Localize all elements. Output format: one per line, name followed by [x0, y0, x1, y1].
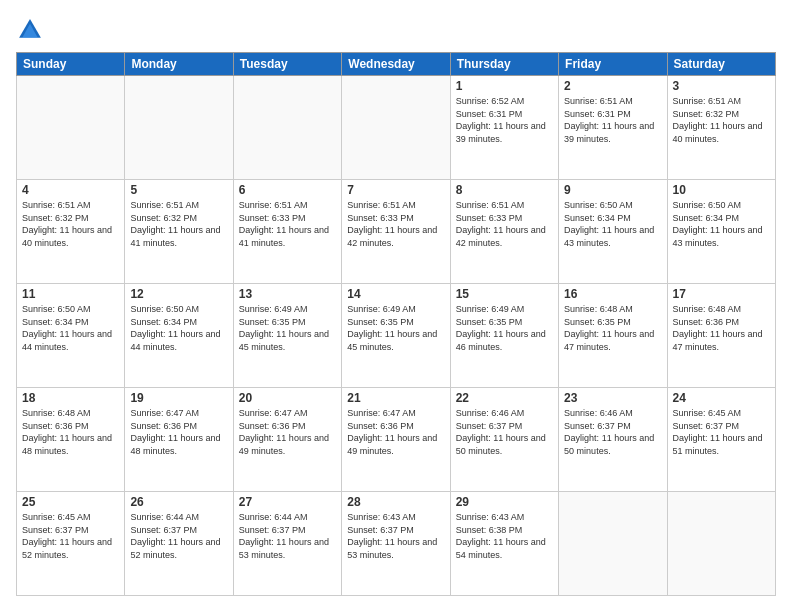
day-info: Sunrise: 6:46 AM Sunset: 6:37 PM Dayligh… [456, 407, 553, 457]
calendar-week-1: 4Sunrise: 6:51 AM Sunset: 6:32 PM Daylig… [17, 180, 776, 284]
day-info: Sunrise: 6:45 AM Sunset: 6:37 PM Dayligh… [22, 511, 119, 561]
day-info: Sunrise: 6:49 AM Sunset: 6:35 PM Dayligh… [347, 303, 444, 353]
calendar-week-0: 1Sunrise: 6:52 AM Sunset: 6:31 PM Daylig… [17, 76, 776, 180]
calendar-cell: 2Sunrise: 6:51 AM Sunset: 6:31 PM Daylig… [559, 76, 667, 180]
calendar-cell: 11Sunrise: 6:50 AM Sunset: 6:34 PM Dayli… [17, 284, 125, 388]
day-info: Sunrise: 6:47 AM Sunset: 6:36 PM Dayligh… [239, 407, 336, 457]
logo-icon [16, 16, 44, 44]
day-info: Sunrise: 6:47 AM Sunset: 6:36 PM Dayligh… [130, 407, 227, 457]
calendar-cell: 1Sunrise: 6:52 AM Sunset: 6:31 PM Daylig… [450, 76, 558, 180]
calendar-cell [559, 492, 667, 596]
calendar-week-2: 11Sunrise: 6:50 AM Sunset: 6:34 PM Dayli… [17, 284, 776, 388]
day-info: Sunrise: 6:49 AM Sunset: 6:35 PM Dayligh… [239, 303, 336, 353]
day-info: Sunrise: 6:50 AM Sunset: 6:34 PM Dayligh… [130, 303, 227, 353]
calendar-cell: 18Sunrise: 6:48 AM Sunset: 6:36 PM Dayli… [17, 388, 125, 492]
day-info: Sunrise: 6:46 AM Sunset: 6:37 PM Dayligh… [564, 407, 661, 457]
day-number: 12 [130, 287, 227, 301]
day-number: 20 [239, 391, 336, 405]
col-header-monday: Monday [125, 53, 233, 76]
day-number: 6 [239, 183, 336, 197]
day-number: 13 [239, 287, 336, 301]
col-header-saturday: Saturday [667, 53, 775, 76]
day-info: Sunrise: 6:49 AM Sunset: 6:35 PM Dayligh… [456, 303, 553, 353]
calendar-cell: 3Sunrise: 6:51 AM Sunset: 6:32 PM Daylig… [667, 76, 775, 180]
day-number: 11 [22, 287, 119, 301]
day-number: 5 [130, 183, 227, 197]
calendar-cell: 19Sunrise: 6:47 AM Sunset: 6:36 PM Dayli… [125, 388, 233, 492]
calendar-cell: 28Sunrise: 6:43 AM Sunset: 6:37 PM Dayli… [342, 492, 450, 596]
day-number: 16 [564, 287, 661, 301]
day-number: 10 [673, 183, 770, 197]
calendar-cell: 20Sunrise: 6:47 AM Sunset: 6:36 PM Dayli… [233, 388, 341, 492]
calendar-cell [17, 76, 125, 180]
calendar-cell: 14Sunrise: 6:49 AM Sunset: 6:35 PM Dayli… [342, 284, 450, 388]
calendar-cell: 12Sunrise: 6:50 AM Sunset: 6:34 PM Dayli… [125, 284, 233, 388]
calendar-cell: 13Sunrise: 6:49 AM Sunset: 6:35 PM Dayli… [233, 284, 341, 388]
day-info: Sunrise: 6:51 AM Sunset: 6:33 PM Dayligh… [347, 199, 444, 249]
calendar-cell: 5Sunrise: 6:51 AM Sunset: 6:32 PM Daylig… [125, 180, 233, 284]
day-number: 14 [347, 287, 444, 301]
day-info: Sunrise: 6:50 AM Sunset: 6:34 PM Dayligh… [22, 303, 119, 353]
calendar-cell: 7Sunrise: 6:51 AM Sunset: 6:33 PM Daylig… [342, 180, 450, 284]
day-number: 22 [456, 391, 553, 405]
day-number: 18 [22, 391, 119, 405]
day-info: Sunrise: 6:45 AM Sunset: 6:37 PM Dayligh… [673, 407, 770, 457]
col-header-thursday: Thursday [450, 53, 558, 76]
day-info: Sunrise: 6:50 AM Sunset: 6:34 PM Dayligh… [673, 199, 770, 249]
calendar-week-4: 25Sunrise: 6:45 AM Sunset: 6:37 PM Dayli… [17, 492, 776, 596]
calendar-cell: 26Sunrise: 6:44 AM Sunset: 6:37 PM Dayli… [125, 492, 233, 596]
day-number: 19 [130, 391, 227, 405]
day-number: 8 [456, 183, 553, 197]
day-number: 3 [673, 79, 770, 93]
day-info: Sunrise: 6:48 AM Sunset: 6:36 PM Dayligh… [673, 303, 770, 353]
day-info: Sunrise: 6:47 AM Sunset: 6:36 PM Dayligh… [347, 407, 444, 457]
day-number: 1 [456, 79, 553, 93]
day-info: Sunrise: 6:52 AM Sunset: 6:31 PM Dayligh… [456, 95, 553, 145]
day-info: Sunrise: 6:44 AM Sunset: 6:37 PM Dayligh… [239, 511, 336, 561]
col-header-friday: Friday [559, 53, 667, 76]
day-number: 23 [564, 391, 661, 405]
col-header-sunday: Sunday [17, 53, 125, 76]
calendar: SundayMondayTuesdayWednesdayThursdayFrid… [16, 52, 776, 596]
calendar-cell: 16Sunrise: 6:48 AM Sunset: 6:35 PM Dayli… [559, 284, 667, 388]
calendar-cell: 29Sunrise: 6:43 AM Sunset: 6:38 PM Dayli… [450, 492, 558, 596]
calendar-cell: 10Sunrise: 6:50 AM Sunset: 6:34 PM Dayli… [667, 180, 775, 284]
day-number: 9 [564, 183, 661, 197]
day-number: 28 [347, 495, 444, 509]
calendar-cell: 23Sunrise: 6:46 AM Sunset: 6:37 PM Dayli… [559, 388, 667, 492]
day-info: Sunrise: 6:51 AM Sunset: 6:32 PM Dayligh… [22, 199, 119, 249]
calendar-cell: 8Sunrise: 6:51 AM Sunset: 6:33 PM Daylig… [450, 180, 558, 284]
day-info: Sunrise: 6:50 AM Sunset: 6:34 PM Dayligh… [564, 199, 661, 249]
day-info: Sunrise: 6:48 AM Sunset: 6:36 PM Dayligh… [22, 407, 119, 457]
day-number: 26 [130, 495, 227, 509]
day-number: 4 [22, 183, 119, 197]
calendar-cell [667, 492, 775, 596]
calendar-cell: 25Sunrise: 6:45 AM Sunset: 6:37 PM Dayli… [17, 492, 125, 596]
calendar-cell: 9Sunrise: 6:50 AM Sunset: 6:34 PM Daylig… [559, 180, 667, 284]
day-number: 21 [347, 391, 444, 405]
logo [16, 16, 48, 44]
calendar-cell: 27Sunrise: 6:44 AM Sunset: 6:37 PM Dayli… [233, 492, 341, 596]
day-info: Sunrise: 6:51 AM Sunset: 6:32 PM Dayligh… [130, 199, 227, 249]
header [16, 16, 776, 44]
day-number: 2 [564, 79, 661, 93]
calendar-cell [233, 76, 341, 180]
calendar-cell: 15Sunrise: 6:49 AM Sunset: 6:35 PM Dayli… [450, 284, 558, 388]
calendar-cell: 21Sunrise: 6:47 AM Sunset: 6:36 PM Dayli… [342, 388, 450, 492]
col-header-wednesday: Wednesday [342, 53, 450, 76]
day-info: Sunrise: 6:51 AM Sunset: 6:33 PM Dayligh… [456, 199, 553, 249]
calendar-cell: 24Sunrise: 6:45 AM Sunset: 6:37 PM Dayli… [667, 388, 775, 492]
page: SundayMondayTuesdayWednesdayThursdayFrid… [0, 0, 792, 612]
calendar-cell: 22Sunrise: 6:46 AM Sunset: 6:37 PM Dayli… [450, 388, 558, 492]
day-number: 27 [239, 495, 336, 509]
day-info: Sunrise: 6:51 AM Sunset: 6:33 PM Dayligh… [239, 199, 336, 249]
day-info: Sunrise: 6:43 AM Sunset: 6:37 PM Dayligh… [347, 511, 444, 561]
day-number: 15 [456, 287, 553, 301]
calendar-cell: 17Sunrise: 6:48 AM Sunset: 6:36 PM Dayli… [667, 284, 775, 388]
day-number: 25 [22, 495, 119, 509]
day-number: 24 [673, 391, 770, 405]
day-info: Sunrise: 6:51 AM Sunset: 6:32 PM Dayligh… [673, 95, 770, 145]
day-info: Sunrise: 6:48 AM Sunset: 6:35 PM Dayligh… [564, 303, 661, 353]
day-info: Sunrise: 6:51 AM Sunset: 6:31 PM Dayligh… [564, 95, 661, 145]
day-number: 29 [456, 495, 553, 509]
